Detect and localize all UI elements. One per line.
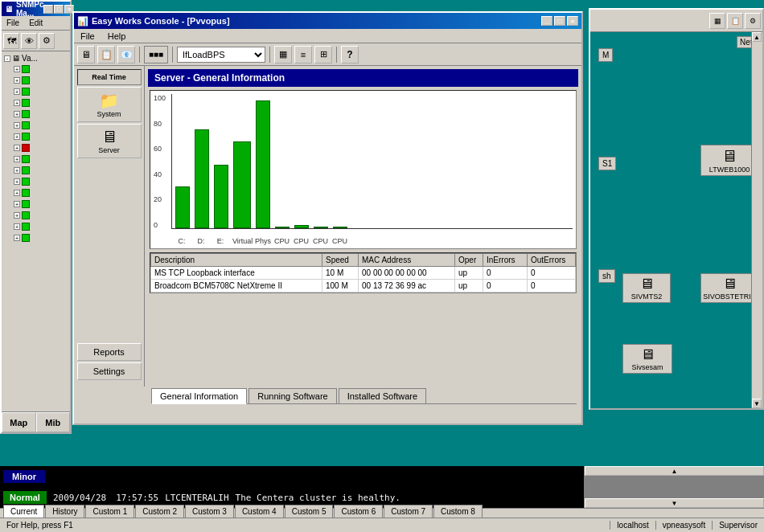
tree-expand-8[interactable]: + <box>14 145 20 151</box>
tab-custom1[interactable]: Custom 1 <box>85 505 134 518</box>
tree-item-6[interactable]: + <box>13 120 68 131</box>
tree-item-3[interactable]: + <box>13 86 68 97</box>
toolbar-help-btn[interactable]: ? <box>341 46 359 63</box>
ew-help-menu[interactable]: Help <box>105 31 129 42</box>
toolbar-chart-btn[interactable]: ▦ <box>274 46 292 63</box>
ew-title-icon: 📊 <box>77 16 88 27</box>
label-s1: S1 <box>598 157 616 170</box>
scroll-down-btn[interactable]: ▼ <box>752 399 762 408</box>
snmpc-maximize-btn[interactable]: □ <box>54 5 64 14</box>
tree-expand-4[interactable]: + <box>14 100 20 106</box>
server-sivmts2[interactable]: 🖥 SIVMTS2 <box>622 273 671 303</box>
bar-cpu2 <box>294 225 309 228</box>
toolbar-table-btn[interactable]: ⊞ <box>314 46 332 63</box>
tree-expand-1[interactable]: + <box>14 66 20 72</box>
bar-cpu3 <box>314 227 328 228</box>
tab-installed-software[interactable]: Installed Software <box>339 388 426 403</box>
tab-custom7[interactable]: Custom 7 <box>384 505 433 518</box>
ew-titlebar: 📊 Easy Works Console - [Pvvopus] _ □ × <box>74 13 581 29</box>
server-sivobstetrix[interactable]: 🖥 SIVOBSTETRIX <box>700 273 758 303</box>
tree-item-12[interactable]: + <box>13 187 68 198</box>
tab-history[interactable]: History <box>45 505 84 518</box>
status-scroll-up[interactable]: ▲ <box>585 466 764 476</box>
tree-expand-root[interactable]: - <box>4 55 10 62</box>
tree-expand-10[interactable]: + <box>14 167 20 174</box>
tab-custom5[interactable]: Custom 5 <box>285 505 334 518</box>
toolbar-btn-3[interactable]: 📧 <box>117 46 135 63</box>
table-row[interactable]: MS TCP Loopback interface 10 M 00 00 00 … <box>151 267 576 280</box>
map-tab[interactable]: Map <box>2 412 36 432</box>
tree-item-13[interactable]: + <box>13 198 68 210</box>
server-btn[interactable]: 🖥 Server <box>77 124 142 158</box>
ew-close-btn[interactable]: × <box>567 16 578 26</box>
tree-item-16[interactable]: + <box>13 232 68 243</box>
tree-item-11[interactable]: + <box>13 176 68 187</box>
toolbar-btn-2[interactable]: 📋 <box>97 46 115 63</box>
tree-item-4[interactable]: + <box>13 97 68 108</box>
tab-custom8[interactable]: Custom 8 <box>433 505 483 518</box>
tree-item-2[interactable]: + <box>13 75 68 86</box>
cell-desc-2: Broadcom BCM5708C NetXtreme II <box>151 280 322 293</box>
status-scroll-down[interactable]: ▼ <box>585 498 764 508</box>
snmpc-edit-menu[interactable]: Edit <box>26 18 46 28</box>
tab-custom4[interactable]: Custom 4 <box>235 505 284 518</box>
server-ltweb1000[interactable]: 🖥 LTWEB1000 <box>700 145 758 176</box>
tab-current[interactable]: Current <box>3 505 44 518</box>
ew-file-menu[interactable]: File <box>77 31 98 42</box>
tree-expand-2[interactable]: + <box>14 77 20 84</box>
tree-expand-14[interactable]: + <box>14 212 20 219</box>
tree-expand-13[interactable]: + <box>14 201 20 207</box>
tree-expand-16[interactable]: + <box>14 235 20 241</box>
snmpc-minimize-btn[interactable]: _ <box>43 5 53 14</box>
tree-expand-6[interactable]: + <box>14 122 20 129</box>
tree-expand-9[interactable]: + <box>14 156 20 162</box>
tree-expand-5[interactable]: + <box>14 111 20 117</box>
reports-btn[interactable]: Reports <box>77 343 142 361</box>
tree-expand-3[interactable]: + <box>14 88 20 95</box>
snmpc-tool-map[interactable]: 🗺 <box>3 33 19 49</box>
tab-custom6[interactable]: Custom 6 <box>334 505 383 518</box>
rt-btn-3[interactable]: ⚙ <box>745 13 761 29</box>
system-btn[interactable]: 📁 System <box>77 87 142 122</box>
tree-expand-15[interactable]: + <box>14 223 20 230</box>
tree-item-10[interactable]: + <box>13 165 68 176</box>
ew-minimize-btn[interactable]: _ <box>541 16 552 26</box>
settings-btn[interactable]: Settings <box>77 362 142 380</box>
tree-item-15[interactable]: + <box>13 221 68 232</box>
tree-expand-12[interactable]: + <box>14 190 20 196</box>
cell-inerr-2: 0 <box>483 280 528 293</box>
realtime-btn[interactable]: Real Time <box>77 69 142 85</box>
toolbar-dropdown[interactable]: IfLoadBPS <box>177 47 265 63</box>
toolbar-list-btn[interactable]: ≡ <box>294 46 312 63</box>
tree-item-7[interactable]: + <box>13 131 68 142</box>
tree-item-5[interactable]: + <box>13 108 68 120</box>
snmpc-file-menu[interactable]: File <box>3 18 23 28</box>
tab-custom3[interactable]: Custom 3 <box>185 505 234 518</box>
ew-maximize-btn[interactable]: □ <box>554 16 565 26</box>
snmpc-tool-view[interactable]: 👁 <box>21 33 37 49</box>
snmpc-tool-settings[interactable]: ⚙ <box>39 33 55 49</box>
tab-running-software[interactable]: Running Software <box>249 388 336 403</box>
tree-expand-11[interactable]: + <box>14 178 20 185</box>
rt-btn-2[interactable]: 📋 <box>727 13 743 29</box>
scroll-up-btn[interactable]: ▲ <box>752 32 762 42</box>
server-ltweb1000-label: LTWEB1000 <box>709 166 750 174</box>
server-sivsesam[interactable]: 🖥 Sivsesam <box>622 344 672 374</box>
table-row[interactable]: Broadcom BCM5708C NetXtreme II 100 M 00 … <box>151 280 576 293</box>
rt-btn-1[interactable]: ▦ <box>709 13 725 29</box>
col-outerrors: OutErrors <box>528 254 576 267</box>
tree-item-1[interactable]: + <box>13 63 68 75</box>
server-sivobstetrix-icon: 🖥 <box>722 276 737 293</box>
label-m: M <box>598 48 613 62</box>
tree-root-label: Va... <box>22 54 38 63</box>
server-sivmts2-icon: 🖥 <box>639 276 654 293</box>
tree-item-14[interactable]: + <box>13 210 68 221</box>
tree-item-9[interactable]: + <box>13 153 68 165</box>
toolbar-btn-1[interactable]: 🖥 <box>77 46 95 63</box>
tab-general-info[interactable]: General Information <box>151 388 247 404</box>
tree-expand-7[interactable]: + <box>14 133 20 140</box>
tree-root[interactable]: - 🖥 Va... <box>3 53 68 63</box>
mib-tab[interactable]: Mib <box>36 412 71 432</box>
tree-item-8[interactable]: + <box>13 142 68 153</box>
tab-custom2[interactable]: Custom 2 <box>135 505 184 518</box>
